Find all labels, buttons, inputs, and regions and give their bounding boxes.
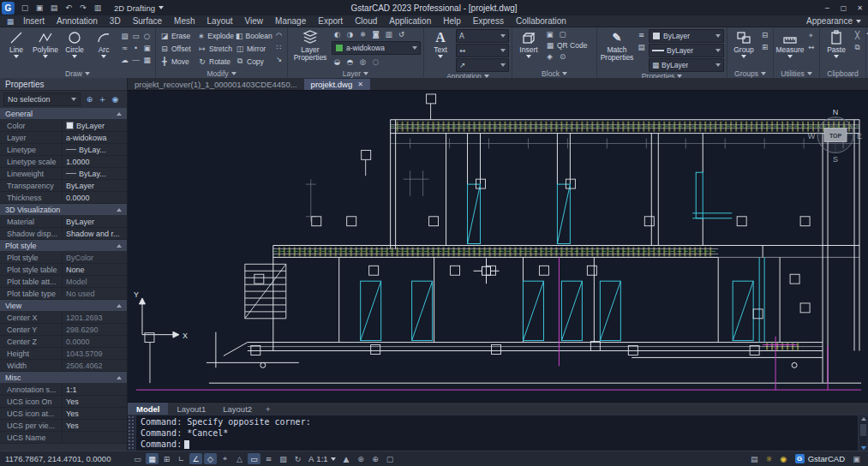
revcloud-icon[interactable]: ☁ — [119, 55, 130, 65]
redo-icon[interactable]: ↷ — [76, 3, 90, 12]
property-row[interactable]: Shadow disp... Shadow and r... — [0, 228, 127, 240]
maximize-button[interactable]: ▢ — [835, 0, 852, 15]
toggle-pickadd-icon[interactable]: ⊕ — [83, 93, 96, 105]
point-icon[interactable]: • — [130, 43, 141, 53]
add-layout-button[interactable]: + — [260, 403, 276, 415]
spline-icon[interactable]: ≈ — [119, 43, 130, 53]
undo-icon[interactable]: ↶ — [62, 3, 75, 12]
distance-icon[interactable]: ↔ — [805, 42, 817, 52]
property-row[interactable]: UCS per vie... Yes — [0, 420, 127, 432]
object-color-combo[interactable]: ByLayer — [649, 29, 724, 43]
property-row[interactable]: UCS icon On Yes — [0, 396, 127, 408]
arc-button[interactable]: Arc — [90, 29, 117, 58]
print-icon[interactable]: ▥ — [91, 3, 105, 12]
property-row[interactable]: Annotation s... 1:1 — [0, 384, 127, 396]
osnap-icon[interactable]: ◇ — [204, 453, 217, 464]
linetype-combo[interactable]: ▦ ByLayer — [649, 58, 724, 72]
paste-button[interactable]: Paste — [823, 29, 850, 58]
fullscreen-icon[interactable]: ▣ — [850, 453, 863, 464]
property-row[interactable]: Linetype ByLay... — [0, 144, 127, 156]
ribbon-tab[interactable]: Surface — [127, 15, 168, 27]
appearance-menu[interactable]: Appearance — [806, 16, 868, 26]
scale-icon[interactable]: ↘ — [273, 54, 284, 64]
section-header-general[interactable]: General — [0, 108, 127, 120]
ribbon-tab[interactable]: Layout — [201, 15, 239, 27]
open-file-icon[interactable]: ▣ — [33, 3, 46, 12]
section-header-3d-visualization[interactable]: 3D Visualization — [0, 204, 127, 216]
id-point-icon[interactable]: ⌖ — [805, 30, 817, 40]
property-row[interactable]: Layer a-widokowa — [0, 132, 127, 144]
layer-properties-button[interactable]: Layer Properties — [290, 29, 330, 62]
rectangle-icon[interactable]: ▭ — [130, 31, 141, 41]
tab-layout2[interactable]: Layout2 — [214, 403, 260, 415]
layer-off-icon[interactable]: ◐ — [332, 29, 343, 39]
ribbon-tab[interactable]: Export — [312, 15, 349, 27]
group-edit-icon[interactable]: ⊞ — [759, 42, 770, 52]
clean-screen-icon[interactable]: ▢ — [384, 453, 397, 464]
xline-icon[interactable]: ― — [130, 55, 141, 65]
collapse-icon[interactable] — [117, 304, 122, 308]
create-block-icon[interactable]: ▣ — [544, 29, 555, 39]
copy-clip-icon[interactable]: ⧉ — [852, 42, 863, 52]
section-header-misc[interactable]: Misc — [0, 372, 127, 384]
dyn-icon[interactable]: ▭ — [248, 453, 260, 464]
close-button[interactable]: ✕ — [852, 0, 868, 15]
collapse-icon[interactable] — [117, 376, 122, 379]
command-grip[interactable] — [128, 415, 136, 451]
polar-icon[interactable]: ∠ — [189, 453, 202, 464]
ribbon-tab[interactable]: Annotation — [51, 15, 104, 27]
polyline-button[interactable]: Polyline — [32, 29, 59, 58]
annotation-style-combo[interactable]: A — [456, 29, 509, 43]
property-row[interactable]: Linetype scale 1.0000 — [0, 156, 127, 168]
scroll-down-icon[interactable] — [861, 446, 866, 450]
move-button[interactable]: ╋ Move — [159, 55, 196, 68]
sun-icon[interactable]: ☼ — [763, 453, 775, 464]
ribbon-tab[interactable]: Collaboration — [510, 15, 572, 27]
ribbon-tab[interactable]: Application — [383, 15, 437, 27]
layer-on-icon[interactable]: ◒ — [332, 57, 343, 67]
ribbon-tab[interactable]: Mesh — [168, 15, 201, 27]
model-layout-icon[interactable]: ▭ — [131, 453, 144, 464]
layer-lock-icon[interactable]: ◙ — [370, 29, 381, 39]
property-row[interactable]: Center Z 0.0000 — [0, 336, 127, 348]
ungroup-icon[interactable]: ⊟ — [759, 30, 770, 40]
layer-previous-icon[interactable]: ↺ — [396, 29, 407, 39]
property-row[interactable]: Thickness 0.0000 — [0, 192, 127, 204]
bulb-icon[interactable]: ◉ — [777, 453, 790, 464]
array-icon[interactable]: ∷ — [273, 42, 284, 52]
copy-button[interactable]: ⧉ Copy — [234, 55, 272, 68]
property-row[interactable]: Width 2506.4062 — [0, 360, 127, 372]
gstarcad-logo-icon[interactable]: G — [2, 2, 15, 15]
offset-button[interactable]: ⊟ Offset — [159, 42, 196, 55]
property-row[interactable]: Plot style table None — [0, 264, 127, 276]
properties-palette-title[interactable]: Properties — [0, 78, 127, 91]
mirror-button[interactable]: ◫ Mirror — [234, 42, 272, 55]
stretch-button[interactable]: ↦ Stretch — [196, 42, 234, 55]
collapse-icon[interactable] — [117, 244, 122, 248]
annotation-style-combo[interactable]: ↗ — [456, 58, 509, 72]
annotation-visibility-icon[interactable]: ▲ — [340, 453, 353, 464]
ribbon-tab[interactable]: Express — [467, 15, 510, 27]
ribbon-tab[interactable]: Manage — [269, 15, 312, 27]
cut-icon[interactable]: ╳ — [852, 30, 863, 40]
ribbon-tab[interactable]: Help — [437, 15, 467, 27]
workspace-switch-icon[interactable]: ⊛ — [355, 453, 368, 464]
fillet-icon[interactable]: ◠ — [273, 30, 284, 40]
erase-button[interactable]: ◪ Erase — [159, 29, 196, 42]
cycle-icon[interactable]: ↻ — [291, 453, 304, 464]
scroll-up-icon[interactable] — [861, 417, 866, 421]
workspace-switcher[interactable]: 2D Drafting — [110, 3, 168, 13]
ortho-icon[interactable]: ∟ — [175, 453, 188, 464]
property-row[interactable]: Center X 1201.2693 — [0, 312, 127, 324]
properties-list-icon[interactable]: ≡ — [636, 30, 647, 40]
drawing-viewport[interactable]: TOP N W E S Y X — [128, 91, 868, 402]
ducs-icon[interactable]: △ — [233, 453, 246, 464]
match-properties-button[interactable]: ✎ Match Properties — [600, 29, 634, 62]
measure-button[interactable]: Measure — [776, 29, 804, 58]
selection-filter-combo[interactable]: No selection — [3, 93, 81, 106]
select-objects-icon[interactable]: + — [96, 93, 109, 105]
explode-button[interactable]: ∗ Explode — [196, 29, 234, 42]
hatch-icon[interactable]: ▨ — [119, 31, 130, 41]
ribbon-tab[interactable]: Insert — [17, 15, 51, 27]
property-row[interactable]: Plot table att... Model — [0, 276, 127, 288]
